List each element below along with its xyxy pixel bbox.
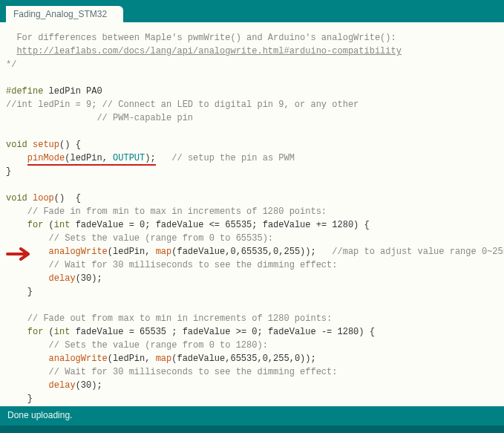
code-text: fadeValue = 0; fadeValue <= 65535; fadeV… [70, 220, 369, 230]
code-text: (fadeValue,0,65535,0,255)); [171, 247, 315, 257]
code-text: ( [43, 220, 53, 230]
code-comment: // setup the pin as PWM [156, 153, 295, 163]
status-text: Done uploading. [7, 410, 72, 420]
code-func-analogwrite: analogWrite [49, 247, 108, 257]
annotation-arrow-icon [6, 247, 36, 261]
code-comment: // Fade out from max to min in increment… [6, 313, 332, 324]
status-bar: Done uploading. [0, 406, 504, 426]
code-text: (ledPin, [108, 354, 156, 364]
code-keyword: for [27, 220, 44, 230]
code-text: (ledPin, [108, 247, 156, 257]
code-comment: // Sets the value (range from 0 to 1280)… [6, 340, 268, 351]
code-text: () { [59, 140, 81, 150]
code-func-delay: delay [49, 273, 76, 284]
code-text: ledPin PA0 [43, 86, 102, 97]
code-comment: // Sets the value (range from 0 to 65535… [6, 233, 273, 244]
code-comment: //map to adjust value range 0~255 [316, 247, 504, 257]
code-text: (ledPin, [65, 153, 113, 163]
code-func-map: map [156, 247, 172, 257]
code-func-delay: delay [49, 380, 76, 391]
code-text: ( [43, 327, 53, 337]
code-comment: // Wait for 30 milliseconds to see the d… [6, 367, 337, 377]
code-comment: // Fade in from min to max in increments… [6, 206, 327, 217]
tab-fading-analog[interactable]: Fading_Analog_STM32 [6, 6, 123, 22]
code-keyword: for [27, 327, 44, 337]
code-comment: //int ledPin = 9; // Connect an LED to d… [6, 100, 359, 110]
code-type: int [54, 327, 71, 337]
code-type: int [54, 220, 71, 230]
code-preproc: #define [6, 86, 43, 97]
code-text: } [6, 394, 33, 404]
code-keyword: void [6, 140, 27, 150]
window-top-bar [0, 0, 504, 6]
code-func-pinmode: pinMode [27, 153, 65, 163]
tab-row: Fading_Analog_STM32 [0, 6, 504, 22]
code-comment: // PWM-capable pin [6, 113, 193, 123]
code-text: } [6, 166, 11, 177]
code-text: () { [54, 193, 81, 204]
code-func-map: map [156, 354, 172, 364]
code-func-analogwrite: analogWrite [49, 354, 108, 364]
code-comment: // Wait for 30 milliseconds to see the d… [6, 260, 337, 270]
code-func: setup [27, 140, 59, 150]
code-const: OUTPUT [113, 153, 145, 163]
tab-label: Fading_Analog_STM32 [13, 9, 107, 19]
code-text: ); [145, 153, 155, 163]
code-link[interactable]: http://leaflabs.com/docs/lang/api/analog… [16, 46, 401, 56]
code-comment: */ [6, 59, 16, 70]
code-comment: For differences between Maple's pwmWrite… [6, 33, 396, 43]
code-keyword: void [6, 193, 27, 204]
code-text: } [6, 287, 33, 297]
code-text: (30); [76, 273, 102, 284]
code-text: (30); [76, 380, 102, 391]
window-bottom-bar [0, 426, 504, 433]
code-text: (fadeValue,65535,0,255,0)); [171, 354, 315, 364]
code-editor[interactable]: For differences between Maple's pwmWrite… [0, 22, 504, 406]
code-text: fadeValue = 65535 ; fadeValue >= 0; fade… [70, 327, 374, 337]
code-func: loop [27, 193, 54, 204]
